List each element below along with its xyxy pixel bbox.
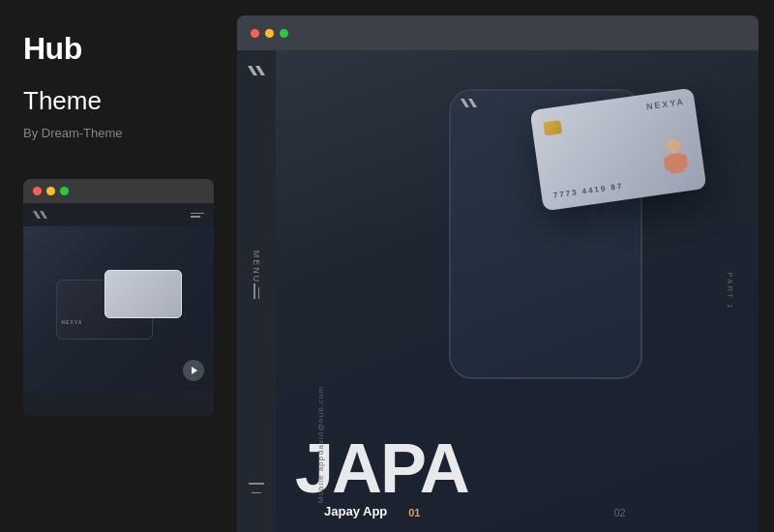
phone-logo — [461, 99, 477, 107]
page-number-02: 02 — [614, 507, 626, 518]
small-logo-icon — [33, 211, 47, 219]
small-hamburger-icon — [191, 213, 204, 218]
small-preview-body: NEXYA — [23, 203, 214, 416]
small-preview-window: NEXYA — [23, 179, 214, 416]
main-hero-content: NEXYA 7773 4419 87 — [276, 50, 759, 532]
vertical-info-labels: david@hub.com — [316, 386, 325, 455]
card-brand-text: NEXYA — [645, 97, 685, 111]
sidebar: Hub Theme By Dream-Theme NEXYA — [0, 0, 237, 532]
person-illustration — [653, 133, 699, 187]
card-light — [104, 270, 182, 318]
project-name-label: Japay App — [324, 504, 387, 518]
card-dark-text: NEXYA — [62, 319, 83, 325]
main-logo-icon — [248, 66, 265, 75]
side-icons — [249, 483, 264, 493]
dot-red — [33, 187, 42, 195]
vertical-app-label: Mobile app — [316, 456, 325, 503]
card-number-text: 7773 4419 87 — [552, 182, 623, 200]
dot-green — [60, 187, 69, 195]
menu-label: Menu — [252, 251, 261, 284]
nav-app-label: Mobile app — [316, 456, 325, 503]
sidebar-title: Hub — [23, 31, 214, 67]
small-preview-titlebar — [23, 179, 214, 203]
main-dot-yellow — [265, 29, 274, 38]
main-left-nav: Menu — [237, 50, 276, 532]
side-line-2 — [252, 492, 261, 494]
hero-image-area: NEXYA 7773 4419 87 — [276, 50, 759, 532]
card-chip-icon — [543, 120, 562, 135]
pagination-numbers: 01 02 — [408, 507, 626, 518]
main-browser-window: Menu — [237, 15, 759, 532]
small-card-visual: NEXYA — [56, 270, 182, 347]
main-dot-green — [280, 29, 288, 38]
sidebar-subtitle: Theme — [23, 86, 214, 116]
main-dot-red — [251, 29, 259, 38]
card-3d: NEXYA 7773 4419 87 — [530, 88, 707, 212]
dot-yellow — [46, 187, 55, 195]
sidebar-author: By Dream-Theme — [23, 126, 214, 140]
main-preview-body: Menu — [237, 50, 759, 532]
svg-point-0 — [666, 138, 681, 154]
small-preview-hero: NEXYA — [23, 226, 214, 391]
part-label: PART 1 — [726, 272, 734, 310]
main-titlebar — [237, 15, 759, 50]
side-line-1 — [249, 483, 264, 485]
phone-mockup: NEXYA 7773 4419 87 — [430, 70, 700, 399]
page-number-01: 01 — [408, 507, 420, 518]
nav-email-label: david@hub.com — [316, 386, 325, 455]
small-preview-nav — [23, 203, 214, 226]
play-button[interactable] — [183, 360, 204, 381]
